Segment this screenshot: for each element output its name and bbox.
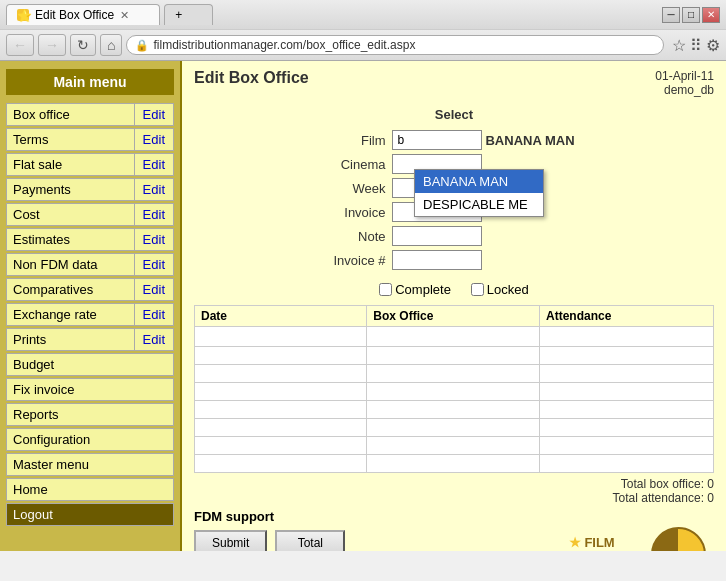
reload-button[interactable]: ↻: [70, 34, 96, 56]
sidebar-label-box-office[interactable]: Box office: [6, 103, 135, 126]
sidebar-label-home[interactable]: Home: [6, 478, 174, 501]
new-tab-button[interactable]: +: [164, 4, 213, 25]
film-input[interactable]: [392, 130, 482, 150]
address-bar[interactable]: 🔒 filmdistributionmanager.com/box_office…: [126, 35, 664, 55]
sidebar-item-comparatives: Comparatives Edit: [6, 278, 174, 301]
sidebar-label-payments[interactable]: Payments: [6, 178, 135, 201]
cell-date[interactable]: [195, 437, 367, 455]
cell-box-office[interactable]: [367, 383, 540, 401]
cell-date[interactable]: [195, 383, 367, 401]
cell-date[interactable]: [195, 327, 367, 347]
sidebar-label-logout[interactable]: Logout: [6, 503, 174, 526]
close-button[interactable]: ✕: [702, 7, 720, 23]
sidebar-label-prints[interactable]: Prints: [6, 328, 135, 351]
dropdown-item-banana-man[interactable]: BANANA MAN: [415, 170, 543, 193]
invoice-num-input[interactable]: [392, 250, 482, 270]
window-controls: ─ □ ✕: [662, 7, 720, 23]
cell-attendance[interactable]: [540, 455, 714, 473]
invoice-label: Invoice: [333, 202, 389, 222]
cell-attendance[interactable]: [540, 365, 714, 383]
cell-box-office[interactable]: [367, 347, 540, 365]
cell-attendance[interactable]: [540, 383, 714, 401]
cell-date[interactable]: [195, 365, 367, 383]
cell-box-office[interactable]: [367, 437, 540, 455]
table-row: [195, 455, 714, 473]
sidebar-label-fix-invoice[interactable]: Fix invoice: [6, 378, 174, 401]
table-row: [195, 419, 714, 437]
bottom-section: FDM support Submit Total Delete Unlock ★: [194, 509, 714, 551]
sidebar-edit-exchange-rate[interactable]: Edit: [135, 303, 174, 326]
cell-box-office[interactable]: [367, 455, 540, 473]
dropdown-item-despicable-me[interactable]: DESPICABLE ME: [415, 193, 543, 216]
film-dropdown[interactable]: BANANA MAN DESPICABLE ME: [414, 169, 544, 217]
submit-button[interactable]: Submit: [194, 530, 267, 551]
sidebar-edit-terms[interactable]: Edit: [135, 128, 174, 151]
col-header-box-office: Box Office: [367, 306, 540, 327]
sidebar-label-budget[interactable]: Budget: [6, 353, 174, 376]
sidebar-label-flat-sale[interactable]: Flat sale: [6, 153, 135, 176]
sidebar-item-cost: Cost Edit: [6, 203, 174, 226]
cell-box-office[interactable]: [367, 327, 540, 347]
sidebar-label-comparatives[interactable]: Comparatives: [6, 278, 135, 301]
sidebar-label-configuration[interactable]: Configuration: [6, 428, 174, 451]
complete-checkbox-label: Complete: [379, 282, 451, 297]
sidebar-edit-prints[interactable]: Edit: [135, 328, 174, 351]
sidebar-label-exchange-rate[interactable]: Exchange rate: [6, 303, 135, 326]
sidebar-label-reports[interactable]: Reports: [6, 403, 174, 426]
back-button[interactable]: ←: [6, 34, 34, 56]
sidebar-edit-payments[interactable]: Edit: [135, 178, 174, 201]
sidebar-item-logout: Logout: [6, 503, 174, 526]
locked-checkbox[interactable]: [471, 283, 484, 296]
complete-checkbox[interactable]: [379, 283, 392, 296]
sidebar-edit-cost[interactable]: Edit: [135, 203, 174, 226]
sidebar-edit-flat-sale[interactable]: Edit: [135, 153, 174, 176]
menu-icon[interactable]: ⠿: [690, 36, 702, 55]
home-button[interactable]: ⌂: [100, 34, 122, 56]
sidebar-edit-estimates[interactable]: Edit: [135, 228, 174, 251]
sidebar-edit-box-office[interactable]: Edit: [135, 103, 174, 126]
table-row: [195, 365, 714, 383]
cell-date[interactable]: [195, 347, 367, 365]
cell-date[interactable]: [195, 455, 367, 473]
cell-box-office[interactable]: [367, 401, 540, 419]
titlebar: ⭐ Edit Box Office ✕ + ─ □ ✕: [0, 0, 726, 29]
checkbox-row: Complete Locked: [194, 282, 714, 297]
sidebar-item-reports: Reports: [6, 403, 174, 426]
sidebar-edit-non-fdm[interactable]: Edit: [135, 253, 174, 276]
cell-date[interactable]: [195, 419, 367, 437]
tab-close-button[interactable]: ✕: [120, 9, 129, 22]
sidebar-title: Main menu: [6, 69, 174, 95]
sidebar-edit-comparatives[interactable]: Edit: [135, 278, 174, 301]
bookmark-icon[interactable]: ☆: [672, 36, 686, 55]
film-value: BANANA MAN: [485, 130, 574, 150]
minimize-button[interactable]: ─: [662, 7, 680, 23]
sidebar-label-estimates[interactable]: Estimates: [6, 228, 135, 251]
sidebar-item-terms: Terms Edit: [6, 128, 174, 151]
logo-circle: [651, 527, 706, 551]
data-table: Date Box Office Attendance: [194, 305, 714, 473]
sidebar-label-master-menu[interactable]: Master menu: [6, 453, 174, 476]
cell-box-office[interactable]: [367, 419, 540, 437]
sidebar-label-terms[interactable]: Terms: [6, 128, 135, 151]
settings-icon[interactable]: ⚙: [706, 36, 720, 55]
cell-attendance[interactable]: [540, 347, 714, 365]
forward-button[interactable]: →: [38, 34, 66, 56]
logo-area: ★ FILM DISTRIBUTION Manager: [569, 527, 706, 551]
browser-tab[interactable]: ⭐ Edit Box Office ✕: [6, 4, 160, 25]
note-input[interactable]: [392, 226, 482, 246]
cell-attendance[interactable]: [540, 437, 714, 455]
page-title: Edit Box Office: [194, 69, 309, 87]
sidebar-item-exchange-rate: Exchange rate Edit: [6, 303, 174, 326]
cell-box-office[interactable]: [367, 365, 540, 383]
cell-date[interactable]: [195, 401, 367, 419]
sidebar-item-budget: Budget: [6, 353, 174, 376]
total-button[interactable]: Total: [275, 530, 345, 551]
cell-attendance[interactable]: [540, 401, 714, 419]
sidebar-label-cost[interactable]: Cost: [6, 203, 135, 226]
sidebar-label-non-fdm[interactable]: Non FDM data: [6, 253, 135, 276]
cell-attendance[interactable]: [540, 419, 714, 437]
maximize-button[interactable]: □: [682, 7, 700, 23]
form-area: Select Film BANANA MAN Cinema Week: [194, 107, 714, 551]
table-row: [195, 347, 714, 365]
cell-attendance[interactable]: [540, 327, 714, 347]
